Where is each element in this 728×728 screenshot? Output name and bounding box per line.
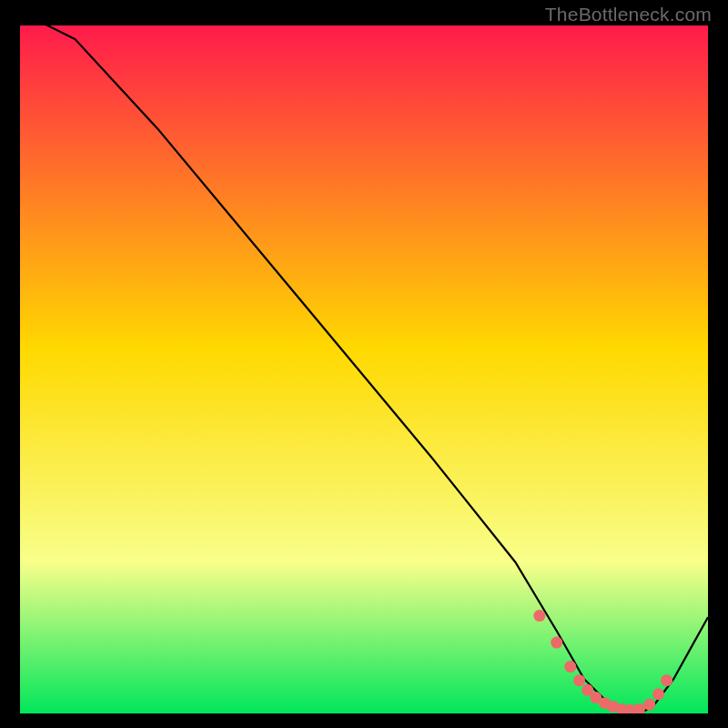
- chart-background: [20, 25, 708, 713]
- highlight-marker: [551, 637, 562, 649]
- chart-plot: [20, 25, 708, 713]
- watermark-text: TheBottleneck.com: [545, 4, 712, 25]
- highlight-marker: [643, 699, 655, 711]
- highlight-marker: [573, 674, 585, 686]
- chart-svg: [20, 25, 708, 713]
- chart-stage: TheBottleneck.com: [0, 0, 728, 728]
- highlight-marker: [533, 610, 545, 622]
- highlight-marker: [652, 688, 664, 700]
- highlight-marker: [661, 674, 672, 686]
- highlight-marker: [564, 661, 576, 672]
